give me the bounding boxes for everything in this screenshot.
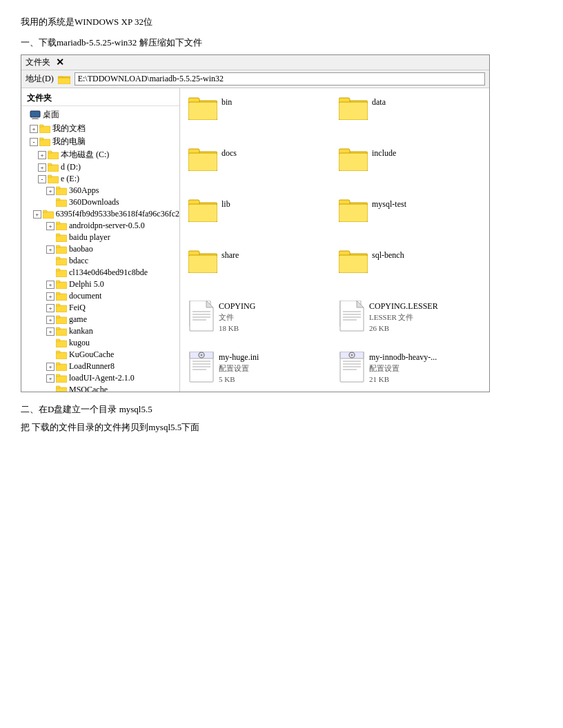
file-item[interactable]: docs [186, 145, 333, 193]
file-item[interactable]: sql-bench [336, 247, 484, 295]
file-name: mysql-test [372, 199, 406, 210]
tree-toggle-icon[interactable]: + [46, 363, 55, 371]
tree-toggle-icon[interactable]: - [30, 138, 38, 146]
tree-item[interactable]: kugou [21, 337, 179, 349]
svg-rect-49 [56, 374, 60, 376]
tree-item[interactable]: + 6395f4fb9d9533be3618f4fa96c36fc2 [21, 208, 179, 220]
tree-toggle-icon[interactable]: + [46, 327, 55, 336]
tree-item[interactable]: + androidpn-server-0.5.0 [21, 220, 179, 232]
svg-rect-74 [188, 255, 217, 273]
tree-item[interactable]: 360Downloads [21, 196, 179, 208]
svg-rect-27 [56, 245, 60, 247]
file-item[interactable]: COPYING文件18 KB [186, 298, 333, 346]
svg-rect-37 [56, 304, 60, 306]
svg-rect-23 [56, 222, 60, 224]
svg-rect-56 [188, 102, 217, 120]
file-meta: COPYING文件18 KB [219, 301, 255, 334]
tree-toggle-icon[interactable]: + [46, 222, 55, 230]
desktop-label: 桌面 [43, 109, 59, 121]
tree-item[interactable]: + kankan [21, 325, 179, 337]
tree-item[interactable]: + Delphi 5.0 [21, 279, 179, 290]
tree-item[interactable]: + document [21, 290, 179, 302]
file-item[interactable]: lib [186, 196, 333, 244]
tree-item[interactable]: + FeiQ [21, 302, 179, 314]
folder-icon [48, 174, 59, 183]
folder-icon [43, 210, 54, 219]
file-item[interactable]: bin [186, 94, 333, 142]
svg-rect-45 [56, 351, 60, 353]
svg-rect-31 [56, 269, 60, 271]
tree-item[interactable]: - e (E:) [21, 173, 179, 185]
tree-toggle-icon[interactable]: + [46, 292, 55, 301]
tree-item[interactable]: + 我的文档 [21, 122, 179, 135]
svg-rect-13 [48, 163, 52, 165]
tree-toggle-icon[interactable]: + [30, 125, 38, 133]
svg-point-107 [351, 354, 353, 356]
svg-rect-15 [48, 175, 52, 177]
address-bar: 地址(D) [21, 70, 489, 88]
step3-title: 把 下载的文件目录的文件拷贝到mysql5.5下面 [21, 421, 542, 434]
file-item[interactable]: share [186, 247, 333, 295]
folder-icon [56, 245, 67, 254]
tree-toggle-icon[interactable]: + [46, 245, 55, 254]
address-input[interactable] [75, 72, 485, 85]
folder-icon [39, 137, 50, 146]
tree-item[interactable]: + 360Apps [21, 185, 179, 196]
svg-rect-4 [32, 117, 38, 119]
close-button[interactable]: ✕ [56, 57, 64, 68]
tree-toggle-icon[interactable]: - [38, 175, 46, 183]
folder-icon [56, 280, 67, 289]
tree-item[interactable]: baidu player [21, 232, 179, 243]
tree-item[interactable]: + game [21, 314, 179, 325]
svg-rect-34 [56, 294, 67, 301]
svg-rect-25 [56, 234, 60, 236]
tree-item[interactable]: + baobao [21, 243, 179, 255]
large-folder-icon [339, 199, 368, 222]
tree-toggle-icon[interactable]: + [46, 304, 55, 312]
file-size: 5 KB [219, 374, 259, 385]
tree-toggle-icon[interactable]: + [38, 163, 46, 172]
folder-icon [56, 338, 67, 347]
tree-item[interactable]: - 我的电脑 [21, 135, 179, 148]
tree-toggle-icon[interactable]: + [46, 187, 55, 195]
tree-toggle-icon[interactable]: + [46, 316, 55, 324]
tree-item[interactable]: + 本地磁盘 (C:) [21, 148, 179, 161]
tree-item[interactable]: KuGouCache [21, 349, 179, 361]
desktop-icon [30, 110, 41, 121]
address-folder-icon [58, 74, 70, 84]
svg-rect-11 [48, 151, 52, 153]
file-item[interactable]: COPYING.LESSERLESSER 文件26 KB [336, 298, 484, 346]
folder-icon [56, 198, 67, 207]
file-item[interactable]: my-innodb-heavy-...配置设置21 KB [336, 349, 484, 392]
file-type: 配置设置 [219, 363, 259, 374]
file-item[interactable]: mysql-test [336, 196, 484, 244]
file-item[interactable]: my-huge.ini配置设置5 KB [186, 349, 333, 392]
folder-icon [48, 163, 59, 172]
tree-toggle-icon[interactable]: + [46, 374, 55, 383]
large-folder-icon [188, 250, 217, 273]
file-name: COPYING [219, 301, 255, 312]
svg-rect-47 [56, 363, 60, 365]
svg-rect-59 [339, 102, 368, 120]
tree-item-label: KuGouCache [69, 350, 114, 360]
folder-icon [56, 350, 67, 359]
tree-item[interactable]: MSOCache [21, 384, 179, 392]
tree-item-desktop[interactable]: 桌面 [21, 108, 179, 122]
tree-item-label: kugou [69, 338, 90, 348]
tree-item[interactable]: cl134e0d64bed91c8bde [21, 267, 179, 279]
folder-icon [56, 268, 67, 277]
file-item[interactable]: data [336, 94, 484, 142]
tree-item[interactable]: + loadUI-Agent-2.1.0 [21, 372, 179, 384]
tree-toggle-icon[interactable]: + [38, 151, 46, 159]
file-type: 文件 [219, 312, 255, 323]
file-item[interactable]: include [336, 145, 484, 193]
tree-toggle-icon[interactable]: + [33, 210, 41, 219]
tree-toggle-icon[interactable]: + [46, 281, 55, 289]
tree-item-label: 本地磁盘 (C:) [61, 149, 109, 161]
folder-icon [56, 186, 67, 195]
large-folder-icon [188, 148, 217, 171]
tree-item[interactable]: + d (D:) [21, 161, 179, 173]
tree-item-label: e (E:) [61, 174, 79, 184]
tree-item[interactable]: + LoadRunner8 [21, 361, 179, 372]
tree-item[interactable]: bdacc [21, 255, 179, 267]
